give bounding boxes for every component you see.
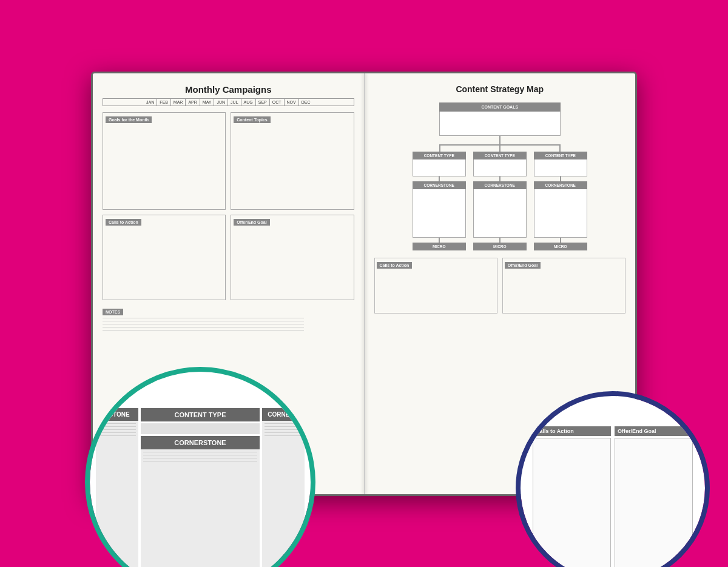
month-tab-jan[interactable]: JAN — [144, 99, 157, 106]
month-tab-sep[interactable]: SEP — [256, 99, 270, 106]
col3-cornerstone-header: CORNERSTONE — [534, 181, 587, 189]
note-line — [103, 321, 304, 321]
right-title-bold: Map — [527, 84, 544, 94]
goals-section: Goals for the Month — [103, 112, 226, 210]
offer-section: Offer/End Goal — [231, 215, 354, 300]
zoom-blue-cta: Calls to Action — [533, 426, 611, 567]
notes-area: NOTES — [103, 305, 354, 330]
right-title-normal: Content Strategy — [456, 84, 527, 94]
col1-cornerstone-content — [413, 189, 466, 238]
zoom-col-partial: RSTONE PO — [96, 408, 138, 567]
topics-label: Content Topics — [234, 116, 270, 123]
note-line — [103, 330, 304, 330]
col2-connector2 — [499, 238, 500, 243]
col1-type-header: CONTENT TYPE — [413, 152, 466, 159]
col3-connector2 — [560, 238, 561, 243]
right-calls-section: Calls to Action — [374, 258, 497, 314]
col1-micro-header: MICRO — [413, 243, 466, 250]
v-connector-right — [559, 144, 561, 152]
zoom-col-middle: CONTENT TYPE CORNERSTONE MICRO — [141, 408, 260, 567]
notes-lines — [103, 318, 354, 330]
goals-content — [103, 124, 225, 209]
zoom-cornerstone-body — [141, 449, 260, 567]
offer-label: Offer/End Goal — [234, 219, 269, 226]
zoom-corner-partial-body — [262, 421, 305, 567]
left-page-title: Monthly Campaigns — [103, 84, 354, 95]
map-col-1: CONTENT TYPE CORNERSTONE MICRO — [413, 152, 466, 250]
month-tab-apr[interactable]: APR — [186, 99, 200, 106]
month-tab-jun[interactable]: JUN — [214, 99, 228, 106]
right-offer-content — [503, 270, 625, 313]
topics-content — [231, 124, 353, 209]
col2-connector — [499, 176, 500, 181]
right-offer-section: Offer/End Goal — [502, 258, 625, 314]
cta-section: Calls to Action — [103, 215, 226, 300]
zoom-blue-offer-box — [615, 438, 693, 567]
note-line — [103, 318, 304, 318]
right-page-title: Content Strategy Map — [374, 84, 626, 94]
month-tab-aug[interactable]: AUG — [241, 99, 256, 106]
cta-label: Calls to Action — [106, 219, 141, 226]
col1-type-content — [413, 159, 466, 176]
content-goals-header: CONTENT GOALS — [439, 102, 561, 112]
content-goals-content — [439, 112, 561, 136]
zoom-blue-cta-box — [533, 438, 611, 567]
col3-connector — [560, 176, 561, 181]
v-connector-mid — [499, 144, 500, 152]
zoom-blue-offer-label: Offer/End Goal — [615, 426, 693, 436]
bottom-sections-right: Calls to Action Offer/End Goal — [374, 258, 626, 314]
right-cta-label: Calls to Action — [377, 262, 413, 269]
col2-type-header: CONTENT TYPE — [473, 152, 527, 159]
offer-content — [231, 227, 353, 300]
col2-type-content — [473, 159, 527, 176]
v-connector-left — [439, 144, 440, 152]
zoom-blue-offer: Offer/End Goal — [615, 426, 693, 567]
map-col-3: CONTENT TYPE CORNERSTONE MICRO — [534, 152, 587, 250]
strategy-map: CONTENT GOALS CONTENT TYPE CO — [374, 102, 626, 314]
map-columns: CONTENT TYPE CORNERSTONE MICRO CONTENT T… — [374, 152, 626, 250]
zoom-blue-cta-label: Calls to Action — [533, 426, 611, 436]
month-tab-jul[interactable]: JUL — [228, 99, 241, 106]
right-cta-content — [375, 270, 497, 313]
month-tabs[interactable]: JANFEBMARAPRMAYJUNJULAUGSEPOCTNOVDEC — [103, 98, 354, 106]
zoom-type-spacer — [141, 423, 260, 434]
col2-micro-header: MICRO — [473, 243, 527, 250]
month-tab-may[interactable]: MAY — [200, 99, 215, 106]
zoom-cornerstone-header: CORNERSTONE — [141, 436, 260, 449]
sections-grid-bottom: Calls to Action Offer/End Goal — [103, 215, 354, 300]
notes-label: NOTES — [103, 309, 123, 315]
col3-type-content — [534, 159, 587, 176]
month-tab-oct[interactable]: OCT — [270, 99, 285, 106]
zoom-blue-circle: Calls to Action Offer/End Goal — [521, 396, 705, 567]
col3-type-header: CONTENT TYPE — [534, 152, 587, 159]
cta-content — [103, 227, 225, 300]
month-tab-dec[interactable]: DEC — [299, 99, 313, 106]
goals-label: Goals for the Month — [106, 116, 152, 123]
sections-grid-top: Goals for the Month Content Topics — [103, 112, 354, 210]
zoom-rstone-content — [96, 421, 138, 567]
col2-cornerstone-header: CORNERSTONE — [473, 181, 527, 189]
col2-cornerstone-content — [473, 189, 527, 238]
col1-cornerstone-header: CORNERSTONE — [413, 181, 466, 189]
map-col-2: CONTENT TYPE CORNERSTONE MICRO — [473, 152, 527, 250]
topics-section: Content Topics — [231, 112, 354, 210]
month-tab-nov[interactable]: NOV — [285, 99, 299, 106]
note-line — [103, 324, 304, 324]
note-line — [103, 327, 304, 327]
month-tab-feb[interactable]: FEB — [157, 99, 171, 106]
col3-cornerstone-content — [534, 189, 587, 238]
right-offer-label: Offer/End Goal — [505, 262, 541, 269]
connector-down-main — [499, 136, 500, 144]
col3-micro-header: MICRO — [534, 243, 587, 250]
month-tab-mar[interactable]: MAR — [171, 99, 186, 106]
col1-connector2 — [439, 238, 440, 243]
zoom-content-type-header: CONTENT TYPE — [141, 408, 260, 421]
col1-connector — [439, 176, 440, 181]
zoom-col-right-partial: CORNER... M... — [262, 408, 305, 567]
